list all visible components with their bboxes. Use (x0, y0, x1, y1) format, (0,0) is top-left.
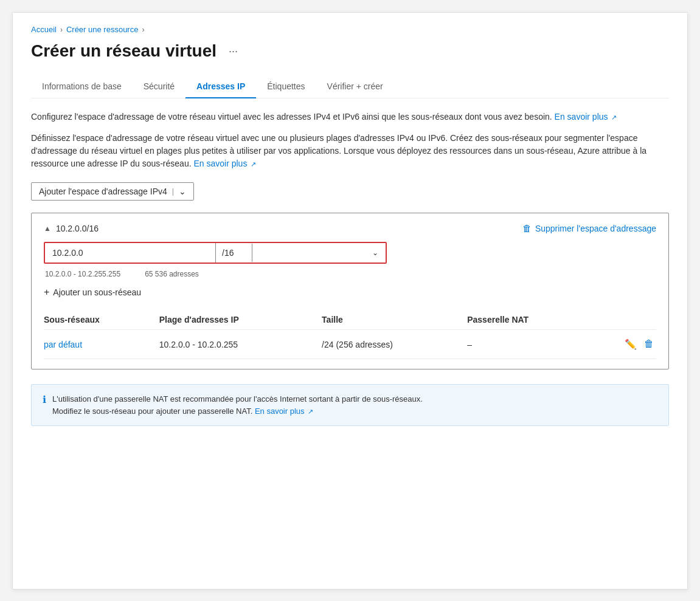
subnet-table: Sous-réseaux Plage d'adresses IP Taille … (44, 310, 656, 359)
external-link-icon-1: ↗ (611, 112, 617, 123)
info-box: ℹ L'utilisation d'une passerelle NAT est… (31, 384, 669, 426)
delete-address-space-button[interactable]: 🗑 Supprimer l'espace d'adressage (522, 223, 656, 233)
cidr-prefix-input[interactable] (215, 243, 252, 263)
learn-more-link-2[interactable]: En savoir plus ↗ (193, 159, 256, 168)
tab-adresses-ip[interactable]: Adresses IP (185, 75, 256, 98)
description-1: Configurez l'espace d'adressage de votre… (31, 111, 669, 123)
button-divider: | (172, 187, 174, 196)
info-icon: ℹ (43, 394, 46, 405)
description-2: Définissez l'espace d'adressage de votre… (31, 132, 669, 170)
page-title-row: Créer un réseau virtuel ··· (31, 41, 669, 61)
tab-securite[interactable]: Sécurité (133, 75, 185, 98)
dropdown-arrow-icon: ⌄ (372, 249, 378, 257)
page-container: Accueil › Créer une ressource › Créer un… (12, 12, 688, 589)
add-subnet-label: Ajouter un sous-réseau (53, 287, 141, 297)
address-space-left: ▲ 10.2.0.0/16 (44, 224, 99, 233)
col-plage-adresses: Plage d'adresses IP (159, 310, 322, 330)
add-address-space-button[interactable]: Ajouter l'espace d'adressage IPv4 | ⌄ (31, 182, 194, 201)
address-space-title: 10.2.0.0/16 (56, 224, 99, 233)
cidr-dropdown[interactable]: ⌄ (252, 244, 386, 262)
col-passerelle-nat: Passerelle NAT (467, 310, 594, 330)
col-sous-reseaux: Sous-réseaux (44, 310, 159, 330)
range-info: 10.2.0.0 - 10.2.255.255 65 536 adresses (44, 270, 656, 278)
address-space-header: ▲ 10.2.0.0/16 🗑 Supprimer l'espace d'adr… (44, 223, 656, 233)
breadcrumb-sep-1: › (60, 26, 63, 34)
subnet-ip-range-cell: 10.2.0.0 - 10.2.0.255 (159, 330, 322, 359)
chevron-down-icon: ⌄ (179, 187, 186, 196)
breadcrumb-sep-2: › (142, 26, 144, 34)
breadcrumb: Accueil › Créer une ressource › (31, 25, 669, 34)
delete-label: Supprimer l'espace d'adressage (535, 224, 656, 233)
edit-icon[interactable]: ✏️ (625, 338, 637, 350)
trash-icon: 🗑 (522, 223, 532, 233)
tabs-bar: Informations de base Sécurité Adresses I… (31, 75, 669, 98)
col-taille: Taille (322, 310, 467, 330)
ip-range-display: 10.2.0.0 - 10.2.255.255 (45, 270, 120, 278)
breadcrumb-creer[interactable]: Créer une ressource (66, 25, 139, 34)
table-row: par défaut 10.2.0.0 - 10.2.0.255 /24 (25… (44, 330, 656, 359)
subnet-nat-cell: – (467, 330, 594, 359)
external-link-icon-3: ↗ (308, 407, 313, 417)
subnet-name-link[interactable]: par défaut (44, 340, 82, 349)
action-icons: ✏️ 🗑 (594, 338, 654, 350)
address-count: 65 536 adresses (145, 270, 199, 278)
subnet-size-cell: /24 (256 adresses) (322, 330, 467, 359)
plus-icon: + (44, 287, 49, 298)
address-space-box: ▲ 10.2.0.0/16 🗑 Supprimer l'espace d'adr… (31, 213, 669, 369)
subnet-table-header-row: Sous-réseaux Plage d'adresses IP Taille … (44, 310, 656, 330)
subnet-actions-cell: ✏️ 🗑 (594, 330, 656, 359)
collapse-icon[interactable]: ▲ (44, 224, 51, 233)
info-learn-more-link[interactable]: En savoir plus ↗ (255, 407, 313, 416)
ip-input-row: ⌄ (44, 242, 387, 264)
delete-subnet-icon[interactable]: 🗑 (644, 338, 654, 350)
page-title: Créer un réseau virtuel (31, 41, 217, 61)
ellipsis-button[interactable]: ··· (224, 43, 243, 60)
subnet-name-cell: par défaut (44, 330, 159, 359)
breadcrumb-accueil[interactable]: Accueil (31, 25, 57, 34)
learn-more-link-1[interactable]: En savoir plus ↗ (555, 112, 617, 122)
info-text: L'utilisation d'une passerelle NAT est r… (52, 393, 423, 417)
ip-address-input[interactable] (45, 243, 215, 263)
col-actions (594, 310, 656, 330)
add-subnet-button[interactable]: + Ajouter un sous-réseau (44, 287, 141, 298)
tab-verifier-creer[interactable]: Vérifier + créer (316, 75, 394, 98)
tab-informations-de-base[interactable]: Informations de base (31, 75, 133, 98)
tab-etiquettes[interactable]: Étiquettes (256, 75, 316, 98)
add-address-button-label: Ajouter l'espace d'adressage IPv4 (39, 187, 167, 196)
external-link-icon-2: ↗ (251, 159, 256, 170)
